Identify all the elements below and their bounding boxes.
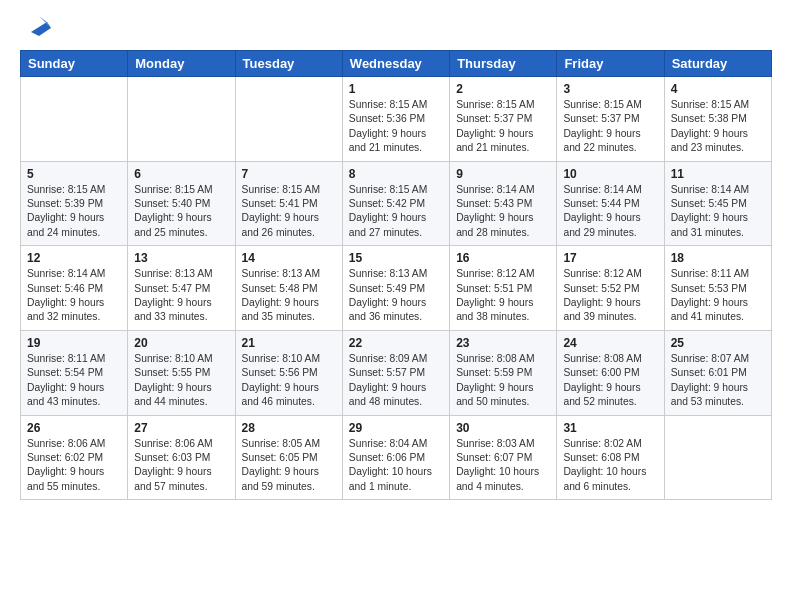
day-info: Sunrise: 8:09 AM Sunset: 5:57 PM Dayligh… [349, 352, 443, 410]
calendar-cell: 24Sunrise: 8:08 AM Sunset: 6:00 PM Dayli… [557, 330, 664, 415]
day-number: 12 [27, 251, 121, 265]
day-number: 31 [563, 421, 657, 435]
day-info: Sunrise: 8:11 AM Sunset: 5:53 PM Dayligh… [671, 267, 765, 325]
day-info: Sunrise: 8:04 AM Sunset: 6:06 PM Dayligh… [349, 437, 443, 495]
day-number: 5 [27, 167, 121, 181]
calendar-cell: 11Sunrise: 8:14 AM Sunset: 5:45 PM Dayli… [664, 161, 771, 246]
day-info: Sunrise: 8:12 AM Sunset: 5:51 PM Dayligh… [456, 267, 550, 325]
calendar-cell: 13Sunrise: 8:13 AM Sunset: 5:47 PM Dayli… [128, 246, 235, 331]
calendar-week-row: 19Sunrise: 8:11 AM Sunset: 5:54 PM Dayli… [21, 330, 772, 415]
calendar-cell: 19Sunrise: 8:11 AM Sunset: 5:54 PM Dayli… [21, 330, 128, 415]
calendar-cell: 21Sunrise: 8:10 AM Sunset: 5:56 PM Dayli… [235, 330, 342, 415]
day-number: 4 [671, 82, 765, 96]
day-info: Sunrise: 8:12 AM Sunset: 5:52 PM Dayligh… [563, 267, 657, 325]
day-number: 19 [27, 336, 121, 350]
day-info: Sunrise: 8:02 AM Sunset: 6:08 PM Dayligh… [563, 437, 657, 495]
day-number: 17 [563, 251, 657, 265]
calendar-cell: 1Sunrise: 8:15 AM Sunset: 5:36 PM Daylig… [342, 77, 449, 162]
calendar-cell: 9Sunrise: 8:14 AM Sunset: 5:43 PM Daylig… [450, 161, 557, 246]
calendar-header-saturday: Saturday [664, 51, 771, 77]
day-number: 29 [349, 421, 443, 435]
day-number: 24 [563, 336, 657, 350]
day-info: Sunrise: 8:15 AM Sunset: 5:37 PM Dayligh… [456, 98, 550, 156]
day-number: 9 [456, 167, 550, 181]
day-info: Sunrise: 8:06 AM Sunset: 6:03 PM Dayligh… [134, 437, 228, 495]
calendar-cell [664, 415, 771, 500]
calendar-header-tuesday: Tuesday [235, 51, 342, 77]
calendar-cell: 31Sunrise: 8:02 AM Sunset: 6:08 PM Dayli… [557, 415, 664, 500]
calendar-week-row: 26Sunrise: 8:06 AM Sunset: 6:02 PM Dayli… [21, 415, 772, 500]
calendar-table: SundayMondayTuesdayWednesdayThursdayFrid… [20, 50, 772, 500]
calendar-cell: 30Sunrise: 8:03 AM Sunset: 6:07 PM Dayli… [450, 415, 557, 500]
day-number: 23 [456, 336, 550, 350]
day-number: 6 [134, 167, 228, 181]
calendar-cell: 29Sunrise: 8:04 AM Sunset: 6:06 PM Dayli… [342, 415, 449, 500]
calendar-cell: 20Sunrise: 8:10 AM Sunset: 5:55 PM Dayli… [128, 330, 235, 415]
day-info: Sunrise: 8:08 AM Sunset: 5:59 PM Dayligh… [456, 352, 550, 410]
calendar-header-row: SundayMondayTuesdayWednesdayThursdayFrid… [21, 51, 772, 77]
calendar-header-monday: Monday [128, 51, 235, 77]
day-number: 10 [563, 167, 657, 181]
day-info: Sunrise: 8:10 AM Sunset: 5:55 PM Dayligh… [134, 352, 228, 410]
day-number: 7 [242, 167, 336, 181]
day-info: Sunrise: 8:11 AM Sunset: 5:54 PM Dayligh… [27, 352, 121, 410]
calendar-cell [235, 77, 342, 162]
day-number: 1 [349, 82, 443, 96]
day-info: Sunrise: 8:08 AM Sunset: 6:00 PM Dayligh… [563, 352, 657, 410]
day-number: 26 [27, 421, 121, 435]
day-info: Sunrise: 8:14 AM Sunset: 5:43 PM Dayligh… [456, 183, 550, 241]
calendar-cell: 4Sunrise: 8:15 AM Sunset: 5:38 PM Daylig… [664, 77, 771, 162]
day-info: Sunrise: 8:13 AM Sunset: 5:47 PM Dayligh… [134, 267, 228, 325]
day-number: 28 [242, 421, 336, 435]
logo-icon [23, 8, 55, 40]
page: SundayMondayTuesdayWednesdayThursdayFrid… [0, 0, 792, 516]
day-info: Sunrise: 8:15 AM Sunset: 5:40 PM Dayligh… [134, 183, 228, 241]
calendar-cell: 16Sunrise: 8:12 AM Sunset: 5:51 PM Dayli… [450, 246, 557, 331]
day-number: 15 [349, 251, 443, 265]
day-number: 14 [242, 251, 336, 265]
day-info: Sunrise: 8:06 AM Sunset: 6:02 PM Dayligh… [27, 437, 121, 495]
calendar-cell: 6Sunrise: 8:15 AM Sunset: 5:40 PM Daylig… [128, 161, 235, 246]
day-number: 11 [671, 167, 765, 181]
calendar-cell: 23Sunrise: 8:08 AM Sunset: 5:59 PM Dayli… [450, 330, 557, 415]
day-number: 20 [134, 336, 228, 350]
day-info: Sunrise: 8:07 AM Sunset: 6:01 PM Dayligh… [671, 352, 765, 410]
calendar-cell: 15Sunrise: 8:13 AM Sunset: 5:49 PM Dayli… [342, 246, 449, 331]
day-info: Sunrise: 8:03 AM Sunset: 6:07 PM Dayligh… [456, 437, 550, 495]
calendar-header-wednesday: Wednesday [342, 51, 449, 77]
calendar-cell: 27Sunrise: 8:06 AM Sunset: 6:03 PM Dayli… [128, 415, 235, 500]
calendar-week-row: 1Sunrise: 8:15 AM Sunset: 5:36 PM Daylig… [21, 77, 772, 162]
calendar-cell: 18Sunrise: 8:11 AM Sunset: 5:53 PM Dayli… [664, 246, 771, 331]
day-info: Sunrise: 8:10 AM Sunset: 5:56 PM Dayligh… [242, 352, 336, 410]
day-info: Sunrise: 8:15 AM Sunset: 5:37 PM Dayligh… [563, 98, 657, 156]
header [20, 16, 772, 40]
day-info: Sunrise: 8:14 AM Sunset: 5:44 PM Dayligh… [563, 183, 657, 241]
day-info: Sunrise: 8:13 AM Sunset: 5:49 PM Dayligh… [349, 267, 443, 325]
calendar-cell: 2Sunrise: 8:15 AM Sunset: 5:37 PM Daylig… [450, 77, 557, 162]
day-number: 27 [134, 421, 228, 435]
calendar-cell: 14Sunrise: 8:13 AM Sunset: 5:48 PM Dayli… [235, 246, 342, 331]
calendar-cell: 3Sunrise: 8:15 AM Sunset: 5:37 PM Daylig… [557, 77, 664, 162]
calendar-cell: 7Sunrise: 8:15 AM Sunset: 5:41 PM Daylig… [235, 161, 342, 246]
calendar-cell: 12Sunrise: 8:14 AM Sunset: 5:46 PM Dayli… [21, 246, 128, 331]
day-info: Sunrise: 8:15 AM Sunset: 5:38 PM Dayligh… [671, 98, 765, 156]
calendar-cell: 22Sunrise: 8:09 AM Sunset: 5:57 PM Dayli… [342, 330, 449, 415]
day-number: 2 [456, 82, 550, 96]
calendar-header-thursday: Thursday [450, 51, 557, 77]
day-number: 22 [349, 336, 443, 350]
day-number: 18 [671, 251, 765, 265]
day-number: 25 [671, 336, 765, 350]
calendar-cell: 25Sunrise: 8:07 AM Sunset: 6:01 PM Dayli… [664, 330, 771, 415]
calendar-week-row: 5Sunrise: 8:15 AM Sunset: 5:39 PM Daylig… [21, 161, 772, 246]
logo [20, 16, 55, 40]
day-info: Sunrise: 8:14 AM Sunset: 5:46 PM Dayligh… [27, 267, 121, 325]
day-info: Sunrise: 8:15 AM Sunset: 5:41 PM Dayligh… [242, 183, 336, 241]
calendar-cell: 28Sunrise: 8:05 AM Sunset: 6:05 PM Dayli… [235, 415, 342, 500]
day-info: Sunrise: 8:14 AM Sunset: 5:45 PM Dayligh… [671, 183, 765, 241]
day-number: 13 [134, 251, 228, 265]
calendar-cell: 10Sunrise: 8:14 AM Sunset: 5:44 PM Dayli… [557, 161, 664, 246]
day-info: Sunrise: 8:15 AM Sunset: 5:36 PM Dayligh… [349, 98, 443, 156]
calendar-cell: 26Sunrise: 8:06 AM Sunset: 6:02 PM Dayli… [21, 415, 128, 500]
day-number: 16 [456, 251, 550, 265]
day-info: Sunrise: 8:13 AM Sunset: 5:48 PM Dayligh… [242, 267, 336, 325]
